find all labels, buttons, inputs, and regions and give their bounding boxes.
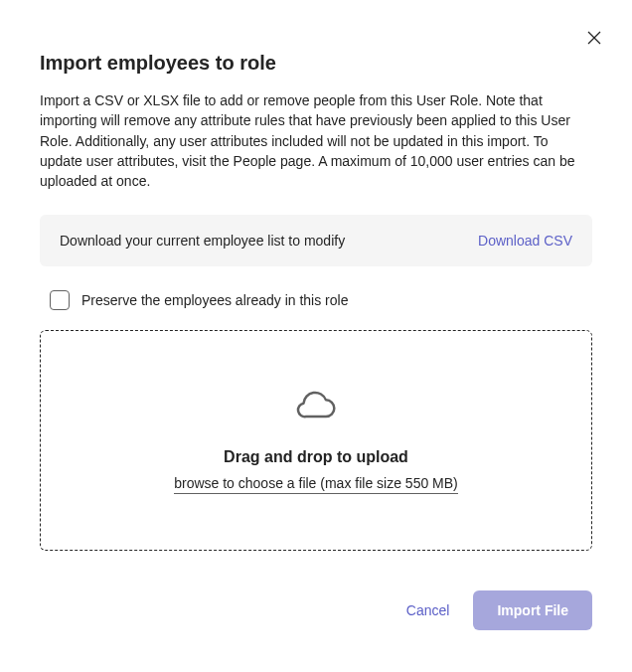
close-icon [586,30,602,46]
download-bar-text: Download your current employee list to m… [60,233,345,249]
close-button[interactable] [584,28,604,48]
browse-text: browse to choose a file (max file size 5… [174,475,458,491]
cancel-button[interactable]: Cancel [406,602,450,618]
preserve-checkbox[interactable] [50,290,70,310]
preserve-checkbox-label: Preserve the employees already in this r… [81,292,348,308]
cloud-upload-icon [296,387,336,426]
file-dropzone[interactable]: Drag and drop to upload browse to choose… [40,330,592,551]
import-dialog: Import employees to role Import a CSV or… [0,0,632,670]
download-bar: Download your current employee list to m… [40,215,592,266]
dialog-description: Import a CSV or XLSX file to add or remo… [40,90,592,191]
import-file-button[interactable]: Import File [473,590,592,630]
download-csv-link[interactable]: Download CSV [478,233,572,249]
dialog-footer: Cancel Import File [40,590,592,630]
browse-file-link[interactable]: browse to choose a file (max file size 5… [174,475,458,494]
preserve-checkbox-row: Preserve the employees already in this r… [50,290,592,310]
dialog-title: Import employees to role [40,52,592,75]
dropzone-title: Drag and drop to upload [61,448,571,466]
